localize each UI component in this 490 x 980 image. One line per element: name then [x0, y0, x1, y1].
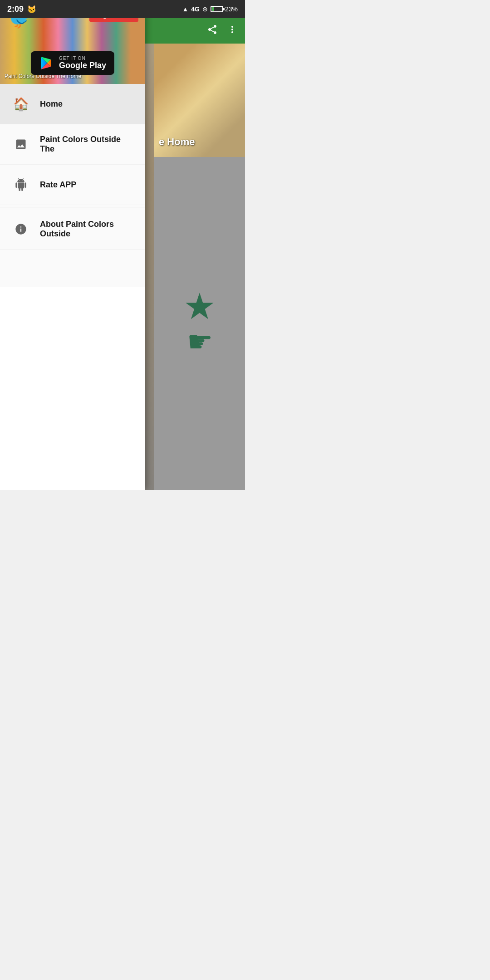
share-icon[interactable] — [207, 24, 218, 38]
background-text-overlay: e Home — [159, 136, 195, 148]
cursor-icon: ☛ — [187, 325, 213, 358]
battery-fill — [212, 7, 214, 11]
status-bar-right: ▲ 4G ⊛ 23% — [182, 5, 238, 13]
menu-item-rate-label: Rate APP — [40, 180, 76, 190]
status-time: 2:09 — [7, 5, 24, 14]
gallery-icon — [11, 134, 31, 154]
background-right: e Home ★ ☛ — [154, 44, 245, 490]
get-it-on-label: GET IT ON — [59, 56, 106, 61]
menu-item-paint-colors[interactable]: Paint Colors Outside The — [0, 124, 145, 165]
battery-indicator: 23% — [211, 5, 238, 13]
cat-icon: 🐱 — [27, 5, 36, 14]
menu-item-about[interactable]: About Paint Colors Outside — [0, 209, 145, 250]
menu-item-rate-app[interactable]: Rate APP — [0, 165, 145, 205]
battery-icon — [211, 6, 223, 12]
menu-divider — [0, 207, 145, 207]
network-type: 4G — [191, 5, 200, 13]
google-play-text: GET IT ON Google Play — [59, 56, 106, 70]
navigation-drawer: 🐦 RigariDev Paint Colors Outside The Hom… — [0, 0, 145, 490]
star-icon: ★ — [183, 289, 216, 325]
google-play-label: Google Play — [59, 61, 106, 70]
background-bottom-right: ★ ☛ — [154, 157, 245, 490]
more-options-icon[interactable] — [227, 24, 238, 38]
status-bar: 2:09 🐱 ▲ 4G ⊛ 23% — [0, 0, 245, 18]
drawer-menu: 🏠 Home Paint Colors Outside The Rate APP — [0, 84, 145, 287]
google-play-button[interactable]: GET IT ON Google Play — [31, 51, 114, 75]
android-icon — [11, 175, 31, 195]
background-top-right-image: e Home — [154, 44, 245, 157]
battery-percent: 23% — [225, 5, 238, 13]
about-icon — [11, 219, 31, 239]
menu-item-about-label: About Paint Colors Outside — [40, 220, 134, 239]
signal-icon: ▲ — [182, 5, 188, 13]
wifi-icon: ⊛ — [202, 5, 208, 13]
menu-item-paint-label: Paint Colors Outside The — [40, 135, 134, 154]
status-bar-left: 2:09 🐱 — [7, 5, 36, 14]
menu-item-home[interactable]: 🏠 Home — [0, 84, 145, 124]
drawer-empty-space — [0, 287, 145, 490]
star-cursor-graphic: ★ ☛ — [183, 289, 216, 358]
google-play-icon — [39, 56, 54, 70]
home-icon: 🏠 — [11, 94, 31, 114]
menu-item-home-label: Home — [40, 99, 63, 109]
